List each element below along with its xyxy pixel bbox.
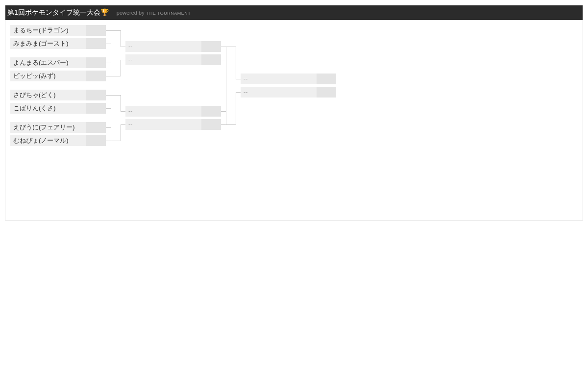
connector	[106, 108, 111, 109]
r2-slot-3[interactable]: --	[125, 106, 221, 117]
connector	[236, 92, 241, 93]
player-name: --	[125, 106, 201, 117]
player-score	[86, 71, 106, 81]
player-score	[201, 106, 221, 117]
player-score	[201, 54, 221, 65]
connector	[121, 60, 121, 76]
connector	[111, 95, 111, 141]
player-name: ピッピッ(みず)	[10, 71, 86, 81]
r1-slot-1[interactable]: まるちー(ドラゴン)	[10, 25, 106, 36]
connector	[221, 111, 226, 112]
player-score	[86, 103, 106, 114]
r2-slot-1[interactable]: --	[125, 41, 221, 52]
connector	[226, 47, 226, 124]
connector	[121, 111, 125, 112]
player-name: --	[125, 54, 201, 65]
connector	[106, 30, 121, 31]
player-name: さびちゃ(どく)	[10, 90, 86, 100]
connector	[121, 124, 125, 125]
player-name: えびうに(フェアリー)	[10, 122, 86, 133]
connector	[106, 44, 111, 44]
connector	[106, 141, 121, 141]
player-score	[86, 57, 106, 68]
connector	[121, 60, 125, 60]
r1-slot-3[interactable]: よんまる(エスパー)	[10, 57, 106, 68]
connector	[106, 76, 121, 76]
player-name: みまみま(ゴースト)	[10, 38, 86, 49]
player-name: むねぴょ(ノーマル)	[10, 135, 86, 146]
r3-slot-1[interactable]: --	[241, 74, 336, 84]
tournament-title[interactable]: 第1回ポケモンタイプ統一大会🏆	[7, 8, 109, 17]
r1-slot-6[interactable]: こばりん(くさ)	[10, 103, 106, 114]
connector	[236, 47, 236, 79]
connector	[106, 127, 111, 128]
player-score	[86, 135, 106, 146]
r1-slot-5[interactable]: さびちゃ(どく)	[10, 90, 106, 100]
player-score	[317, 74, 336, 84]
r1-slot-8[interactable]: むねぴょ(ノーマル)	[10, 135, 106, 146]
player-score	[86, 90, 106, 100]
connector	[221, 47, 236, 47]
player-name: --	[241, 74, 317, 84]
connector	[221, 124, 236, 125]
player-score	[201, 119, 221, 130]
player-score	[86, 25, 106, 36]
connector	[106, 63, 111, 63]
bracket: まるちー(ドラゴン) みまみま(ゴースト) よんまる(エスパー) ピッピッ(みず…	[5, 20, 583, 216]
connector	[221, 60, 226, 60]
r1-slot-7[interactable]: えびうに(フェアリー)	[10, 122, 106, 133]
connector	[236, 92, 236, 124]
header-bar: 第1回ポケモンタイプ統一大会🏆 powered by THE TOURNAMEN…	[5, 5, 583, 20]
player-name: まるちー(ドラゴン)	[10, 25, 86, 36]
connector	[121, 95, 121, 111]
connector	[111, 30, 111, 76]
player-score	[201, 41, 221, 52]
player-name: --	[241, 87, 317, 98]
player-name: よんまる(エスパー)	[10, 57, 86, 68]
powered-by-text: powered by	[117, 10, 145, 16]
player-score	[86, 38, 106, 49]
connector	[121, 30, 121, 47]
player-score	[86, 122, 106, 133]
r1-slot-2[interactable]: みまみま(ゴースト)	[10, 38, 106, 49]
r2-slot-4[interactable]: --	[125, 119, 221, 130]
player-name: --	[125, 119, 201, 130]
brand-name: THE TOURNAMENT	[147, 11, 191, 16]
connector	[121, 124, 121, 141]
connector	[236, 79, 241, 79]
powered-by[interactable]: powered by THE TOURNAMENT	[117, 10, 191, 16]
connector	[121, 47, 125, 47]
r3-slot-2[interactable]: --	[241, 87, 336, 98]
player-name: --	[125, 41, 201, 52]
app-frame: 第1回ポケモンタイプ統一大会🏆 powered by THE TOURNAMEN…	[5, 5, 583, 220]
player-score	[317, 87, 336, 98]
player-name: こばりん(くさ)	[10, 103, 86, 114]
r2-slot-2[interactable]: --	[125, 54, 221, 65]
r1-slot-4[interactable]: ピッピッ(みず)	[10, 71, 106, 81]
connector	[106, 95, 121, 96]
